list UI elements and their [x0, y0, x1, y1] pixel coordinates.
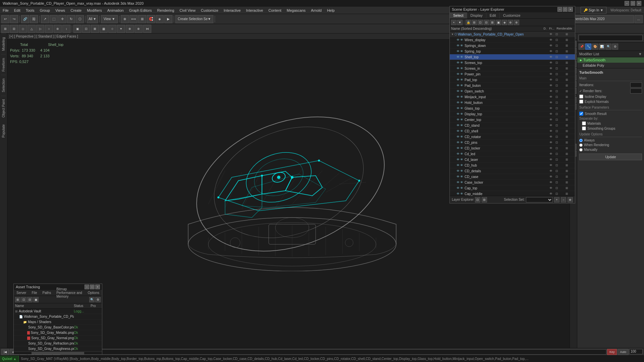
manually-radio[interactable]: [579, 148, 583, 152]
se-filter-btn[interactable]: ▼: [457, 20, 463, 25]
at-menu-server[interactable]: Server: [14, 290, 29, 295]
tb2-snap5[interactable]: ⊹: [108, 25, 116, 33]
when-rendering-radio[interactable]: [579, 143, 583, 147]
redo-button[interactable]: ↪: [10, 15, 18, 23]
close-button[interactable]: ×: [637, 1, 641, 6]
path-browse-button[interactable]: ...: [635, 15, 643, 23]
at-close[interactable]: ×: [95, 285, 100, 289]
se-tab-customize[interactable]: Customize: [500, 12, 524, 18]
menu-modifiers[interactable]: Modifiers: [84, 7, 105, 14]
se-expand-btn[interactable]: ⊞: [472, 20, 477, 25]
se-row-26[interactable]: 👁👁Case_locker👁⊡⊞: [450, 180, 575, 185]
se-row-7[interactable]: 👁👁Power_pin👁⊡⊞: [450, 71, 575, 77]
tab-modeling[interactable]: Modeling: [1, 34, 6, 54]
se-row-4[interactable]: 👁👁Shell_top👁⊡⊞: [450, 54, 575, 60]
se-row-18[interactable]: 👁👁CD_rotator👁⊡⊞: [450, 134, 575, 140]
key-btn[interactable]: Key: [607, 349, 617, 355]
snap-btn[interactable]: 🧲: [147, 15, 155, 23]
se-footer-btn3[interactable]: +: [554, 197, 559, 202]
viewport-btn[interactable]: View ▼: [101, 15, 118, 23]
at-row-0[interactable]: ⊞Autodesk VaultLogg...: [14, 309, 102, 314]
menu-content[interactable]: Content: [266, 7, 284, 14]
timeline-btn1[interactable]: |◀: [1, 349, 9, 355]
tb2-snap3[interactable]: ⊠: [91, 25, 99, 33]
menu-create[interactable]: Create: [68, 7, 84, 14]
tb2-btn7[interactable]: ⊛: [54, 25, 62, 33]
quixel-badge[interactable]: Quixel ▲: [0, 356, 19, 362]
tb2-snap7[interactable]: ⊕: [126, 25, 134, 33]
se-close[interactable]: ×: [568, 7, 573, 12]
turbosmooth-item[interactable]: ▶ TurboSmooth: [577, 57, 644, 63]
isoline-checkbox[interactable]: [579, 95, 583, 99]
menu-megascans[interactable]: Megascans: [284, 7, 308, 14]
at-row-7[interactable]: Sony_SD_Gray_Roughness.pngOk: [14, 346, 102, 352]
at-restore[interactable]: □: [90, 285, 95, 289]
at-ico6[interactable]: ⚙: [95, 297, 101, 302]
se-restore[interactable]: □: [563, 7, 568, 12]
at-row-6[interactable]: Sony_SD_Gray_Refraction.pngOk: [14, 341, 102, 346]
se-tools3[interactable]: ⊠: [490, 20, 495, 25]
smooth-result-checkbox[interactable]: [579, 112, 583, 116]
se-footer-btn2[interactable]: ⊞: [482, 197, 487, 202]
mod-icon-6[interactable]: ⚙: [612, 44, 618, 50]
at-menu-options[interactable]: Options: [85, 290, 102, 295]
se-selection-set-dropdown[interactable]: [526, 197, 553, 202]
sign-in-button[interactable]: 🔑 Sign In ▼: [581, 7, 606, 14]
se-close-btn[interactable]: ×: [451, 20, 457, 25]
at-row-3[interactable]: Sony_SD_Gray_BaseColor.pngOk: [14, 325, 102, 330]
explicit-checkbox[interactable]: [579, 100, 583, 104]
mod-icon-pin[interactable]: 🔧: [585, 44, 591, 50]
se-footer-btn5[interactable]: ⊗: [568, 197, 573, 202]
menu-arnold[interactable]: Arnold: [308, 7, 324, 14]
tb2-snap9[interactable]: ⋈: [143, 25, 151, 33]
se-tools6[interactable]: ⊕: [508, 20, 513, 25]
menu-interactive[interactable]: Interactive: [244, 7, 266, 14]
link-button[interactable]: 🔗: [21, 15, 29, 23]
se-row-23[interactable]: 👁👁CD_hub👁⊡⊞: [450, 163, 575, 168]
tb2-btn4[interactable]: △: [28, 25, 36, 33]
mirror-btn[interactable]: ⟺: [129, 15, 138, 23]
se-row-28[interactable]: 👁👁Cap_middle👁⊡⊞: [450, 191, 575, 196]
render-btn[interactable]: ▶: [164, 15, 172, 23]
se-row-11[interactable]: 👁👁Minijack_input👁⊡⊞: [450, 94, 575, 100]
tb2-snap2[interactable]: ⊡: [82, 25, 90, 33]
smoothing-groups-checkbox[interactable]: [582, 126, 586, 130]
select-object-button[interactable]: ↗: [41, 15, 49, 23]
tab-selection[interactable]: Selection: [1, 75, 6, 96]
se-row-21[interactable]: 👁👁Cd_led👁⊡⊞: [450, 151, 575, 157]
at-ico4[interactable]: ▣: [33, 297, 39, 302]
menu-rendering[interactable]: Rendering: [155, 7, 177, 14]
menu-file[interactable]: File: [0, 7, 11, 14]
at-row-5[interactable]: Sony_SD_Gray_Normal.pngOk: [14, 336, 102, 341]
at-menu-bitmap[interactable]: Bitmap Performance and Memory: [54, 287, 85, 299]
tb2-snap6[interactable]: ✦: [117, 25, 125, 33]
tb2-btn5[interactable]: ▷: [36, 25, 44, 33]
se-tab-select[interactable]: Select: [450, 12, 467, 18]
at-minimize[interactable]: −: [85, 285, 89, 289]
se-tools1[interactable]: ⊡: [478, 20, 483, 25]
array-btn[interactable]: ⊞: [138, 15, 146, 23]
se-footer-btn4[interactable]: −: [561, 197, 566, 202]
undo-button[interactable]: ↩: [1, 15, 9, 23]
menu-customize[interactable]: Customize: [198, 7, 221, 14]
menu-tools[interactable]: Tools: [23, 7, 37, 14]
minimize-button[interactable]: −: [625, 1, 629, 6]
at-menu-paths[interactable]: Paths: [40, 290, 54, 295]
se-lock-btn[interactable]: 🔒: [466, 20, 471, 25]
object-name-input[interactable]: Shell_top: [579, 35, 643, 41]
always-radio[interactable]: [579, 139, 583, 142]
menu-group[interactable]: Group: [37, 7, 53, 14]
editablepoly-item[interactable]: Editable Poly: [577, 63, 644, 68]
se-row-14[interactable]: 👁👁Display_top👁⊡⊞: [450, 111, 575, 117]
mod-icon-1[interactable]: 📌: [579, 44, 585, 50]
se-tools4[interactable]: ▣: [496, 20, 501, 25]
menu-scripting[interactable]: Interactive: [221, 7, 244, 14]
se-row-0[interactable]: ▼⬡Walkman_Sony_Portable_CD_Player_Open👁⊡…: [450, 32, 575, 37]
materials-checkbox[interactable]: [582, 121, 586, 125]
tb2-snap8[interactable]: ⊗: [135, 25, 143, 33]
timeline-track[interactable]: [79, 349, 606, 355]
se-row-19[interactable]: 👁👁CD_pins👁⊡⊞: [450, 140, 575, 145]
tab-object-paint[interactable]: Object Paint: [1, 96, 6, 121]
menu-help[interactable]: Help: [324, 7, 337, 14]
se-row-6[interactable]: 👁👁Screws_in👁⊡⊞: [450, 66, 575, 71]
